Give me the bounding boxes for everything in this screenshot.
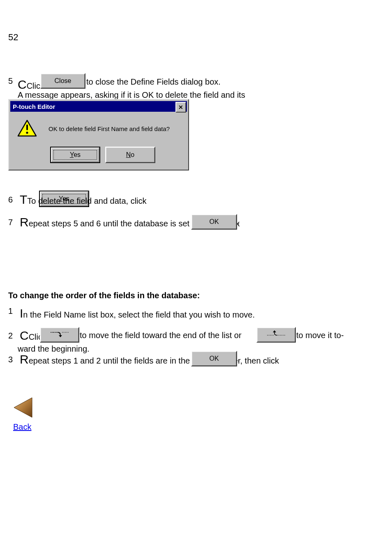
order-step-1-text: In the Field Name list box, select the f… — [20, 306, 255, 320]
step-6-text-a-final: TTo delete the field and data, click — [20, 193, 147, 207]
step-6-line-final: 6 TTo delete the field and data, click — [8, 193, 147, 207]
order-step-3-text: Repeat steps 1 and 2 until the fields ar… — [20, 352, 279, 366]
svg-marker-6 — [59, 335, 62, 337]
order-step-2-text-b: to move the field toward the end of the … — [80, 330, 242, 341]
order-step-2-text-c: to move it to- — [296, 330, 344, 341]
step-5-text-b: to close the Define Fields dialog box. — [86, 76, 221, 88]
order-step-3-period: . — [238, 353, 240, 364]
nav-back-arrow[interactable] — [12, 396, 35, 419]
confirm-dialog: P-touch Editor ✕ OK to delete field Firs… — [8, 99, 189, 170]
close-button[interactable]: Close — [40, 73, 85, 89]
ok-button-order3[interactable]: OK — [191, 351, 237, 366]
arrow-up-left-icon — [267, 330, 285, 339]
move-down-button[interactable] — [40, 327, 79, 343]
dialog-no-label: No — [126, 151, 134, 159]
order-step-1-num: 1 — [8, 306, 17, 316]
move-up-button[interactable] — [256, 327, 296, 343]
dialog-message: OK to delete field First Name and field … — [48, 125, 170, 132]
svg-marker-9 — [273, 330, 276, 332]
ok-button-step7[interactable]: OK — [191, 214, 237, 230]
dialog-yes-button[interactable]: Yes — [50, 147, 100, 163]
svg-marker-11 — [14, 398, 32, 417]
dialog-close-button[interactable]: ✕ — [175, 102, 186, 113]
page-number: 52 — [8, 32, 18, 43]
ok-button-step7-label: OK — [209, 218, 219, 226]
svg-rect-1 — [26, 124, 28, 130]
close-button-label: Close — [55, 77, 71, 85]
close-icon: ✕ — [178, 104, 183, 111]
order-step-2-num: 2 — [8, 331, 17, 341]
section-heading: To change the order of the fields in the… — [8, 290, 200, 301]
step-6-num-final: 6 — [8, 195, 17, 205]
step-7-number: 7 — [8, 218, 17, 227]
arrow-down-right-icon — [51, 330, 69, 339]
order-step-3-num: 3 — [8, 355, 17, 364]
svg-point-2 — [26, 131, 28, 134]
order-step-1: 1 In the Field Name list box, select the… — [8, 306, 255, 320]
dialog-title: P-touch Editor — [13, 103, 55, 110]
step-7-period: . — [238, 216, 240, 227]
step-5-number: 5 — [8, 76, 13, 86]
dialog-no-button[interactable]: No — [105, 147, 155, 163]
step-6-period: . — [90, 193, 92, 205]
dialog-titlebar: P-touch Editor — [10, 101, 187, 112]
nav-back-link[interactable]: Back — [13, 422, 31, 432]
warning-icon — [17, 120, 37, 139]
ok-button-order3-label: OK — [209, 355, 219, 362]
